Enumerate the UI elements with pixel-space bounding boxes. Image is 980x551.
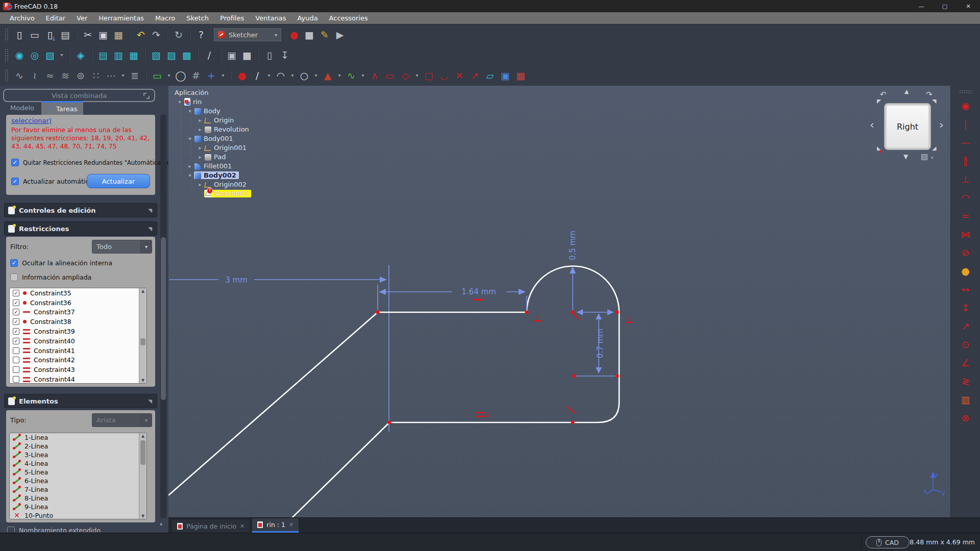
- tree-root[interactable]: Aplicación: [174, 88, 322, 97]
- menu-archivo[interactable]: Archivo: [4, 13, 40, 23]
- view-front-icon[interactable]: ▤: [96, 48, 110, 62]
- conic-chevron[interactable]: ▾: [336, 68, 343, 83]
- sketch-point[interactable]: [376, 311, 380, 314]
- toolbar-handle[interactable]: [959, 90, 972, 94]
- macro-run-icon[interactable]: ▶: [333, 28, 347, 42]
- scrollbar-thumb[interactable]: [140, 338, 145, 345]
- view-rear-icon[interactable]: ▧: [149, 48, 163, 62]
- scroll-down-icon[interactable]: ▼: [141, 378, 144, 383]
- toggle-construction-icon[interactable]: ▦: [513, 68, 528, 83]
- distance-x-icon[interactable]: ↔: [959, 282, 973, 296]
- block-constraint-icon[interactable]: ⊘: [959, 245, 973, 260]
- tree-item-body[interactable]: ▾Body: [174, 106, 322, 115]
- document-tab-rin-1[interactable]: rin : 1✕: [252, 518, 299, 533]
- tree-item-rin[interactable]: ▾rin: [174, 97, 322, 106]
- tree-item-origin001[interactable]: ▸Origin001: [174, 143, 322, 152]
- hide-internal-checkbox[interactable]: ✓: [10, 259, 18, 267]
- element-row[interactable]: 5-Línea: [10, 468, 146, 477]
- perpendicular-constraint-icon[interactable]: ⊥: [959, 172, 973, 186]
- select-constraints-link[interactable]: seleccionar): [11, 117, 52, 124]
- undo-icon[interactable]: ↶: [134, 28, 148, 42]
- sketch-point[interactable]: [571, 311, 575, 314]
- bspline-poles-icon[interactable]: ⊚: [74, 68, 88, 83]
- sketch-point[interactable]: [616, 374, 619, 378]
- tree-item-body001[interactable]: ▾Body001: [174, 134, 322, 143]
- bspline-control-polygon-icon[interactable]: ≀: [28, 68, 42, 83]
- polygon-chevron[interactable]: ▾: [413, 68, 421, 83]
- constraint-checkbox[interactable]: [13, 366, 19, 373]
- tree-item-body[interactable]: Sketch002: [204, 190, 251, 197]
- snells-law-icon[interactable]: ≷: [959, 374, 973, 388]
- close-button[interactable]: ✕: [957, 0, 980, 12]
- virtual-space-icon[interactable]: ∷: [89, 68, 103, 83]
- refresh-icon[interactable]: ↻: [172, 28, 186, 42]
- constraint-row[interactable]: ✓Constraint38: [10, 317, 146, 327]
- menu-profiles[interactable]: Profiles: [214, 13, 250, 23]
- cut-icon[interactable]: ✂: [81, 28, 95, 42]
- tab-tareas[interactable]: ✎Tareas: [41, 101, 83, 115]
- tangent-constraint-icon[interactable]: ◠: [959, 190, 973, 205]
- type-dropdown[interactable]: Arista ▾: [92, 413, 152, 427]
- distance-icon[interactable]: ↗: [959, 319, 973, 333]
- document-tab-p-gina-de-inicio[interactable]: Página de inicio✕: [172, 519, 250, 533]
- create-bspline-icon[interactable]: ∿: [344, 68, 358, 83]
- line-chevron[interactable]: ▾: [265, 68, 273, 83]
- bspline-knot-multiplicity-icon[interactable]: ≋: [58, 68, 72, 83]
- macro-edit-icon[interactable]: ✎: [317, 28, 332, 42]
- constraint-checkbox[interactable]: [13, 376, 19, 383]
- menu-ayuda[interactable]: Ayuda: [291, 13, 323, 23]
- menu-editar[interactable]: Editar: [40, 13, 71, 23]
- parallel-constraint-icon[interactable]: ∥: [959, 154, 973, 168]
- panel-scrollbar-thumb[interactable]: [161, 237, 166, 400]
- toggle-driving-constraint-icon[interactable]: ▥: [959, 392, 973, 407]
- extended-naming-checkbox[interactable]: [7, 527, 15, 532]
- constraint-checkbox[interactable]: ✓: [13, 338, 19, 344]
- distance-y-icon[interactable]: ↕: [959, 300, 973, 315]
- expander-icon[interactable]: ▸: [196, 145, 204, 151]
- element-row[interactable]: 1-Línea: [10, 433, 146, 442]
- workbench-selector[interactable]: Sketcher ▾: [214, 28, 281, 41]
- point-on-object-icon[interactable]: ◉: [959, 98, 973, 113]
- trim-edge-icon[interactable]: ✕: [452, 68, 467, 83]
- tree-item-body[interactable]: Body002: [194, 171, 239, 179]
- corner-wedge-icon[interactable]: ◥: [932, 98, 936, 105]
- carbon-copy-icon[interactable]: ▣: [498, 68, 512, 83]
- corner-wedge-icon[interactable]: ◢: [932, 145, 936, 152]
- symmetric-constraint-icon[interactable]: ⋈: [959, 227, 973, 241]
- scroll-down-icon[interactable]: ▼: [141, 514, 144, 518]
- constraint-row[interactable]: ✓Constraint35: [10, 288, 146, 298]
- select-tools-chevron[interactable]: ▾: [219, 68, 227, 83]
- open-file-icon[interactable]: ▭: [28, 28, 42, 42]
- section-edit-controls[interactable]: Controles de edición ◥: [4, 203, 157, 217]
- dim-164-label[interactable]: 1.64 mm: [461, 287, 496, 296]
- tree-item-body[interactable]: Origin001: [204, 144, 249, 152]
- constraint-checkbox[interactable]: ✓: [13, 299, 19, 306]
- expander-icon[interactable]: ▸: [196, 117, 204, 123]
- rotate-down-icon[interactable]: ▼: [903, 153, 908, 160]
- expander-icon[interactable]: ▾: [186, 136, 194, 141]
- expander-icon[interactable]: ▾: [186, 172, 194, 178]
- select-origin-icon[interactable]: +: [204, 68, 218, 83]
- lock-constraint-icon[interactable]: ●: [959, 264, 973, 278]
- constraint-checkbox[interactable]: ✓: [13, 318, 19, 325]
- constraint-checkbox[interactable]: [13, 357, 19, 363]
- create-rectangle-icon[interactable]: ▭: [383, 68, 397, 83]
- paste-icon[interactable]: ▦: [111, 28, 126, 42]
- constraint-checkbox[interactable]: ✓: [13, 290, 19, 296]
- collapse-icon[interactable]: ◥: [148, 226, 152, 232]
- toolbar-handle[interactable]: [5, 48, 9, 62]
- macro-stop-icon[interactable]: ■: [302, 28, 316, 42]
- circle-chevron[interactable]: ▾: [312, 68, 320, 83]
- select-dof-icon[interactable]: ◯: [174, 68, 188, 83]
- copy-icon[interactable]: ▣: [96, 28, 110, 42]
- navcube-face-right[interactable]: Right: [884, 103, 931, 150]
- create-arc-icon[interactable]: ◠: [274, 68, 288, 83]
- dim-3mm-label[interactable]: 3 mm: [225, 276, 248, 285]
- filter-dropdown[interactable]: Todo ▾: [92, 240, 152, 254]
- menu-ventanas[interactable]: Ventanas: [250, 13, 291, 23]
- save-icon[interactable]: ▯↓: [43, 28, 57, 42]
- tree-item-origin[interactable]: ▸Origin: [174, 115, 322, 124]
- section-constraints[interactable]: Restricciones ◥: [4, 221, 157, 236]
- grid-toggle-icon[interactable]: ⋯: [104, 68, 118, 83]
- view-axonometric-icon[interactable]: ◈: [74, 48, 88, 62]
